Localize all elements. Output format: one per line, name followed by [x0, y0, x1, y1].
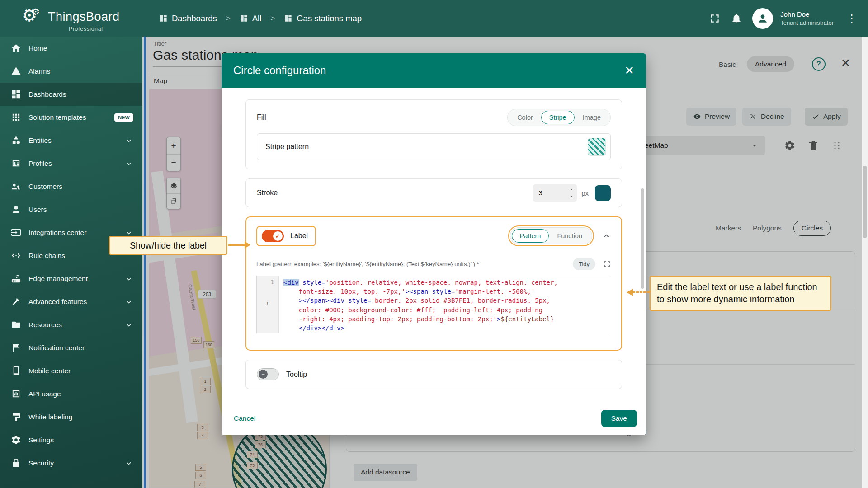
sidebar-item-customers[interactable]: Customers	[0, 175, 142, 198]
logo-gears-icon: ⚙⚙	[22, 5, 45, 25]
sidebar-item-home[interactable]: Home	[0, 37, 142, 60]
users-icon	[11, 204, 21, 215]
notifications-bell-icon[interactable]	[731, 13, 742, 24]
sidebar-item-label: Solution templates	[28, 113, 114, 122]
sidebar-item-label: Resources	[28, 321, 124, 329]
sidebar-item-users[interactable]: Users	[0, 198, 142, 221]
sidebar-item-dashboards[interactable]: Dashboards	[0, 83, 142, 106]
tidy-button[interactable]: Tidy	[573, 258, 595, 270]
label-option-function[interactable]: Function	[549, 229, 590, 243]
fill-option-color[interactable]: Color	[509, 111, 541, 124]
save-button[interactable]: Save	[601, 410, 637, 427]
callout-show-hide-label: Show/hide the label	[109, 236, 227, 255]
sidebar-item-entities[interactable]: Entities	[0, 129, 142, 152]
kebab-menu-icon[interactable]: ⋮	[844, 12, 860, 25]
sidebar-item-settings[interactable]: Settings	[0, 428, 142, 451]
customers-icon	[11, 181, 21, 192]
alarms-icon	[11, 66, 21, 76]
editor-code: <div style='position: relative; white-sp…	[279, 276, 611, 333]
breadcrumb-item[interactable]: All	[240, 14, 262, 23]
fill-option-stripe[interactable]: Stripe	[541, 111, 575, 124]
sidebar-item-notification-center[interactable]: Notification center	[0, 336, 142, 359]
fullscreen-icon[interactable]	[709, 13, 721, 24]
stroke-width-input[interactable]: 3	[533, 184, 577, 202]
cancel-button[interactable]: Cancel	[234, 414, 255, 422]
breadcrumb-item[interactable]: Dashboards	[159, 14, 217, 23]
sidebar-item-security[interactable]: Security	[0, 451, 142, 474]
fill-type-segmented: ColorStripeImage	[507, 109, 611, 126]
dashboards-icon	[240, 14, 248, 23]
brand: ⚙⚙ ThingsBoard Professional	[18, 5, 140, 33]
person-icon	[756, 12, 769, 25]
code-line: color: #000; background-color: #fff; pad…	[283, 305, 606, 314]
label-toggle-highlight: ✓ Label	[256, 226, 316, 246]
step-up-icon[interactable]	[568, 187, 575, 193]
chevron-up-icon[interactable]	[601, 231, 611, 241]
stripe-pattern-row: Stripe pattern	[257, 133, 611, 160]
circle-configuration-dialog: Circle configuration ✕ Fill ColorStripeI…	[222, 53, 646, 435]
label-pattern-hint: Label (pattern examples: '${entityName}'…	[256, 261, 479, 267]
tooltip-toggle[interactable]: −	[257, 368, 279, 380]
sidebar-item-label: Notification center	[28, 344, 133, 352]
sidebar-item-label: Alarms	[28, 67, 133, 75]
dashboards-icon	[284, 14, 292, 23]
entities-icon	[11, 135, 21, 145]
label-option-pattern[interactable]: Pattern	[512, 229, 549, 243]
fill-label: Fill	[257, 113, 266, 122]
sidebar-item-mobile-center[interactable]: Mobile center	[0, 359, 142, 382]
sidebar-item-solution-templates[interactable]: Solution templatesNEW	[0, 106, 142, 129]
modal-scrollbar-thumb[interactable]	[641, 188, 644, 289]
mobile-icon	[11, 366, 21, 376]
step-down-icon[interactable]	[568, 193, 575, 199]
breadcrumb-separator: >	[270, 14, 275, 23]
fill-option-image[interactable]: Image	[575, 111, 609, 124]
dashboards-icon	[11, 89, 21, 99]
sidebar-item-label: Integrations center	[28, 229, 124, 237]
brand-name: ThingsBoard	[48, 10, 120, 24]
chevron-down-icon	[124, 320, 133, 329]
sidebar-item-label: Entities	[28, 136, 124, 145]
sidebar-item-advanced-features[interactable]: Advanced features	[0, 290, 142, 313]
stroke-card: Stroke 3 px	[245, 178, 622, 207]
sidebar-item-edge-management[interactable]: Edge management	[0, 267, 142, 290]
stripe-pattern-swatch[interactable]	[588, 138, 606, 156]
callout-arrow-line	[228, 244, 245, 246]
chevron-down-icon	[124, 459, 133, 468]
stripe-pattern-label: Stripe pattern	[265, 143, 309, 151]
sidebar-item-white-labeling[interactable]: White labeling	[0, 405, 142, 428]
sidebar-item-resources[interactable]: Resources	[0, 313, 142, 336]
avatar[interactable]	[752, 8, 773, 29]
breadcrumb-item[interactable]: Gas stations map	[284, 14, 362, 23]
sidebar-item-label: Edge management	[28, 275, 124, 283]
tooltip-card: − Tooltip	[245, 360, 622, 389]
callout-dashed-arrow-head	[627, 289, 633, 296]
sidebar-item-api-usage[interactable]: API usage	[0, 382, 142, 405]
breadcrumb-separator: >	[226, 14, 231, 23]
code-line: -right: 4px; padding-top: 2px; padding-b…	[283, 314, 606, 324]
sidebar-item-label: Security	[28, 459, 124, 467]
sidebar-item-profiles[interactable]: Profiles	[0, 152, 142, 175]
expand-icon[interactable]	[603, 260, 611, 268]
dialog-title: Circle configuration	[233, 64, 326, 77]
label-toggle[interactable]: ✓	[262, 230, 284, 242]
sidebar-item-label: Dashboards	[28, 90, 133, 99]
sidebar-item-label: Advanced features	[28, 298, 124, 306]
code-line: </div></div>	[283, 324, 606, 333]
sidebar-item-alarms[interactable]: Alarms	[0, 60, 142, 83]
line-number: 1	[271, 278, 274, 286]
page-scrollbar-thumb[interactable]	[863, 166, 867, 238]
breadcrumb: Dashboards>All>Gas stations map	[159, 0, 362, 37]
new-badge: NEW	[114, 113, 133, 122]
api-icon	[11, 389, 21, 399]
tooltip-title: Tooltip	[286, 371, 307, 379]
chevron-down-icon	[124, 297, 133, 306]
label-code-editor[interactable]: 1 i <div style='position: relative; whit…	[256, 276, 611, 333]
notification-icon	[11, 343, 21, 353]
close-icon[interactable]: ✕	[624, 65, 634, 76]
stroke-color-swatch[interactable]	[595, 185, 611, 201]
code-line: <div style='position: relative; white-sp…	[283, 278, 606, 287]
label-card: ✓ Label PatternFunction Label (pattern e…	[245, 216, 622, 351]
app-header: ⚙⚙ ThingsBoard Professional Dashboards>A…	[0, 0, 868, 37]
security-icon	[11, 458, 21, 468]
breadcrumb-label: All	[252, 14, 262, 23]
